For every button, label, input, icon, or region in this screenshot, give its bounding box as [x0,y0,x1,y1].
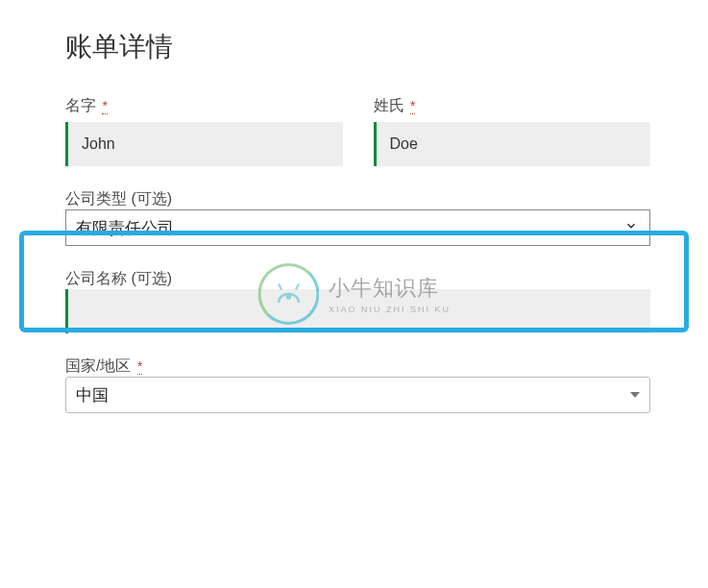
page-title: 账单详情 [65,29,650,65]
last-name-field: 姓氏 * [374,96,651,166]
label-text: 姓氏 [374,97,404,113]
country-select[interactable]: 中国 [65,377,650,413]
first-name-field: 名字 * [65,96,343,166]
label-text: 名字 [65,97,96,113]
required-marker: * [137,358,142,375]
company-type-field: 公司类型 (可选) 有限责任公司 [65,189,650,246]
required-marker: * [410,98,415,114]
company-name-input[interactable] [65,289,650,333]
country-field: 国家/地区 * 中国 [65,356,650,413]
required-marker: * [102,98,107,114]
last-name-label: 姓氏 * [374,96,651,116]
last-name-input[interactable] [374,122,651,166]
company-name-label: 公司名称 (可选) [65,270,172,286]
company-type-select[interactable]: 有限责任公司 [65,209,650,246]
company-name-field: 公司名称 (可选) [65,269,650,333]
chevron-down-icon [624,218,638,237]
company-type-label: 公司类型 (可选) [65,190,172,207]
country-label: 国家/地区 * [65,357,142,374]
caret-down-icon [630,392,640,398]
company-type-value: 有限责任公司 [76,217,174,239]
first-name-input[interactable] [65,122,343,166]
name-row: 名字 * 姓氏 * [65,96,650,166]
label-text: 国家/地区 [65,357,131,374]
country-value: 中国 [76,384,109,406]
first-name-label: 名字 * [65,96,343,116]
